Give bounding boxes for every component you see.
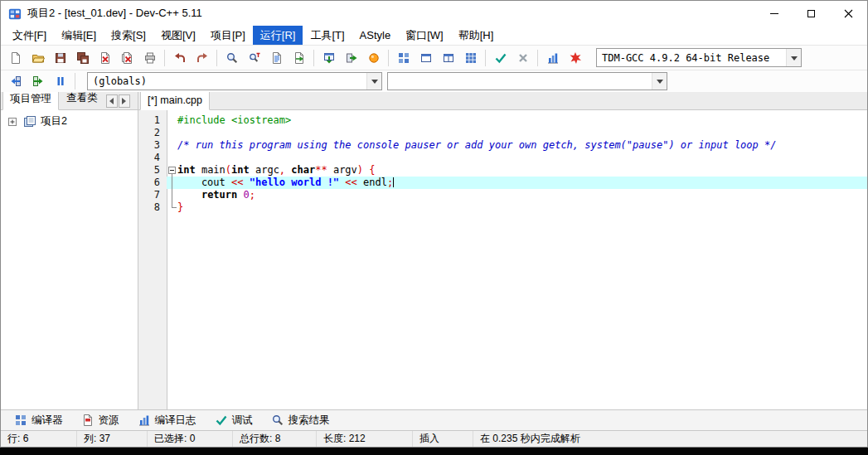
- open-file-button[interactable]: [27, 47, 49, 68]
- replace-button[interactable]: [243, 47, 265, 68]
- compile-run-button[interactable]: [362, 47, 385, 68]
- code-line-body[interactable]: [167, 127, 867, 139]
- abort-compile-button[interactable]: [512, 47, 534, 68]
- menu-search[interactable]: 搜索[S]: [104, 26, 153, 45]
- status-insert-mode: 插入: [413, 431, 473, 447]
- menu-tools[interactable]: 工具[T]: [303, 26, 352, 45]
- minimize-button[interactable]: [755, 1, 793, 26]
- profile-button[interactable]: [541, 47, 564, 68]
- view-columns-button[interactable]: [437, 47, 459, 68]
- members-select[interactable]: [387, 72, 667, 90]
- menu-edit[interactable]: 编辑[E]: [54, 26, 104, 45]
- close-all-button[interactable]: [116, 47, 138, 68]
- titlebar: 项目2 - [test_01.dev] - Dev-C++ 5.11: [1, 1, 867, 26]
- code-line-body[interactable]: }: [167, 201, 867, 214]
- open-file-icon: [32, 51, 45, 65]
- goto-line-button[interactable]: [288, 47, 310, 68]
- view-window-button[interactable]: [415, 47, 437, 68]
- line-number: 8: [138, 201, 167, 214]
- code-line: 1#include <iostream>: [138, 114, 867, 127]
- new-file-button[interactable]: [4, 47, 27, 68]
- save-button[interactable]: [49, 47, 71, 68]
- fold-gutter: [167, 152, 177, 164]
- view-grid-button[interactable]: [392, 47, 415, 68]
- syntax-check-button[interactable]: [489, 47, 512, 68]
- view-grid2-button[interactable]: [459, 47, 482, 68]
- undo-button[interactable]: [168, 47, 191, 68]
- profile-delete-button[interactable]: [564, 47, 586, 68]
- chevron-down-icon: [652, 73, 667, 90]
- code-line-body[interactable]: /* run this program using the console pa…: [167, 139, 867, 152]
- window-title: 项目2 - [test_01.dev] - Dev-C++ 5.11: [27, 6, 755, 21]
- tab-scroll-left-button[interactable]: [106, 94, 118, 108]
- view-grid2-icon: [464, 51, 478, 65]
- sidebar-tab-class-viewer[interactable]: 查看类: [59, 92, 105, 109]
- jump-back-icon: [9, 75, 22, 88]
- close-file-button[interactable]: [94, 47, 116, 68]
- profile-delete-icon: [569, 51, 582, 65]
- code-line-body[interactable]: int main(int argc, char** argv) {: [167, 164, 867, 177]
- editor-tab-bar: [*] main.cpp: [138, 92, 867, 110]
- report-tab-bar: 编译器资源编译日志调试搜索结果: [1, 409, 867, 430]
- code-line: 8}: [138, 201, 867, 214]
- code-line-body[interactable]: return 0;: [167, 189, 867, 201]
- compile-button[interactable]: [318, 47, 340, 68]
- run-icon: [345, 51, 358, 65]
- text-caret: [393, 177, 394, 187]
- report-tab-label: 资源: [99, 414, 119, 428]
- menu-astyle[interactable]: AStyle: [352, 26, 399, 45]
- compiler-select[interactable]: TDM-GCC 4.9.2 64-bit Release: [596, 48, 802, 67]
- compile-icon: [322, 51, 336, 65]
- pause-icon: [54, 75, 67, 88]
- jump-forward-button[interactable]: [27, 71, 49, 92]
- print-button[interactable]: [138, 47, 161, 68]
- close-button[interactable]: [830, 1, 867, 26]
- code-text: int main(int argc, char** argv) {: [177, 164, 376, 177]
- tab-scroll-right-button[interactable]: [119, 94, 130, 108]
- code-line: 6 cout << "hello world !" << endl;: [138, 177, 867, 189]
- fold-gutter: [167, 114, 177, 127]
- statusbar: 行: 6列: 37已选择: 0总行数: 8长度: 212插入在 0.235 秒内…: [1, 430, 867, 447]
- close-file-icon: [99, 51, 112, 65]
- report-tab-compiler[interactable]: 编译器: [6, 412, 71, 429]
- jump-back-button[interactable]: [4, 71, 27, 92]
- menu-project[interactable]: 项目[P]: [203, 26, 253, 45]
- code-line: 2: [138, 127, 867, 139]
- globals-select[interactable]: (globals): [87, 72, 382, 90]
- menu-run[interactable]: 运行[R]: [253, 26, 303, 45]
- sidebar-tab-project-manager[interactable]: 项目管理: [2, 92, 59, 110]
- menu-window[interactable]: 窗口[W]: [398, 26, 451, 45]
- menu-help[interactable]: 帮助[H]: [451, 26, 502, 45]
- view-columns-icon: [442, 51, 455, 65]
- editor-panel: [*] main.cpp 1#include <iostream>23/* ru…: [138, 92, 867, 409]
- toolbar-class-browser: (globals): [1, 70, 867, 92]
- redo-button[interactable]: [191, 47, 213, 68]
- editor-tab-main-cpp[interactable]: [*] main.cpp: [140, 92, 210, 110]
- maximize-button[interactable]: [793, 1, 830, 26]
- toolbar-divider: [164, 50, 165, 66]
- code-line-body[interactable]: cout << "hello world !" << endl;: [167, 177, 867, 189]
- tree-item-项目2[interactable]: 项目2: [2, 114, 136, 129]
- report-tab-resources[interactable]: 资源: [73, 412, 128, 429]
- find-button[interactable]: [221, 47, 243, 68]
- save-all-button[interactable]: [71, 47, 94, 68]
- report-tab-compile-log[interactable]: 编译日志: [129, 412, 205, 429]
- code-line-body[interactable]: #include <iostream>: [167, 114, 867, 127]
- menu-file[interactable]: 文件[F]: [5, 26, 54, 45]
- report-tab-search-results[interactable]: 搜索结果: [263, 412, 338, 429]
- status-selected: 已选择: 0: [148, 431, 233, 447]
- fold-collapse-icon[interactable]: [167, 164, 177, 177]
- report-tab-debug[interactable]: 调试: [206, 412, 261, 429]
- status-line: 行: 6: [1, 431, 77, 447]
- pause-button[interactable]: [49, 71, 71, 92]
- code-editor[interactable]: 1#include <iostream>23/* run this progra…: [138, 110, 867, 409]
- menu-view[interactable]: 视图[V]: [153, 26, 203, 45]
- abort-compile-icon: [516, 51, 530, 65]
- toolbar-divider: [388, 50, 389, 66]
- run-button[interactable]: [340, 47, 362, 68]
- code-line-body[interactable]: [167, 152, 867, 164]
- expander-icon[interactable]: [6, 115, 19, 128]
- find-in-files-button[interactable]: [265, 47, 288, 68]
- profile-icon: [546, 51, 560, 65]
- line-number: 2: [138, 127, 167, 139]
